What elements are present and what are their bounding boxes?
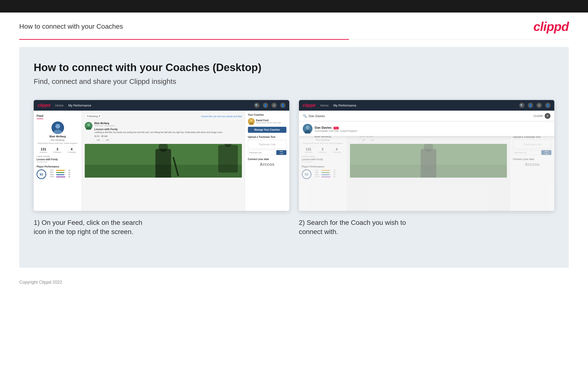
post-meta-1: Yesterday · Sunningdale xyxy=(94,125,223,127)
trackman-input-row-1: Add Link xyxy=(248,150,286,155)
arccos-logo-1: Arccos xyxy=(248,162,286,167)
settings-icon-nav-2[interactable]: ⚙ xyxy=(536,103,542,108)
screenshot-2: clippd Home My Performance 🔍 👤 ⚙ 👤 Feed xyxy=(299,100,554,211)
coach-item-avatar-1 xyxy=(248,118,255,125)
search-overlay: 🔍 Dan Davies CLEAR ✕ xyxy=(299,110,554,136)
main-content: How to connect with your Coaches (Deskto… xyxy=(19,47,569,268)
app-left-panel-1: Feed Blair McHarg Plus Handicap xyxy=(34,110,82,211)
app-nav-1: clippd Home My Performance 🔍 👤 ⚙ 👤 xyxy=(34,100,289,110)
search-query-text[interactable]: Dan Davies xyxy=(309,114,532,118)
profile-icon-nav-2[interactable]: 👤 xyxy=(545,103,551,108)
activity-name-1: Lesson with Fordy xyxy=(37,158,79,161)
svg-rect-24 xyxy=(421,149,436,178)
clippd-logo: clippd xyxy=(533,19,569,34)
nav-home-2[interactable]: Home xyxy=(320,104,329,107)
profile-name-1: Blair McHarg xyxy=(50,135,66,138)
manage-coaches-btn-1[interactable]: Manage Your Coaches xyxy=(248,127,286,133)
trackman-section-1: Upload a Trackman Test Trackman Link Add… xyxy=(248,136,286,155)
control-link-1[interactable]: Control who can see your activity and da… xyxy=(201,115,242,118)
header: How to connect with your Coaches clippd xyxy=(0,12,588,39)
svg-rect-8 xyxy=(156,149,171,178)
svg-point-4 xyxy=(87,123,90,126)
profile-icon-nav[interactable]: 👤 xyxy=(280,103,285,108)
search-bar: 🔍 Dan Davies CLEAR ✕ xyxy=(299,110,554,121)
coach-item-1: David Ford Royal North Devon Golf Club xyxy=(248,118,286,125)
search-icon-overlay: 🔍 xyxy=(303,114,307,118)
perf-bars-1: OTT 90 APP 85 xyxy=(50,169,70,178)
app-nav-icons-2: 🔍 👤 ⚙ 👤 xyxy=(519,103,551,108)
profile-area-1: Blair McHarg Plus Handicap Royal North D… xyxy=(37,121,79,144)
app-right-panel-1: Your Coaches David Ford xyxy=(245,110,289,211)
stat-activities-1: 131 Activities xyxy=(40,147,47,153)
coach-post-1: Blair McHarg Yesterday · Sunningdale Les… xyxy=(85,122,242,142)
app-nav-2: clippd Home My Performance 🔍 👤 ⚙ 👤 xyxy=(299,100,554,110)
user-icon-nav[interactable]: 👤 xyxy=(263,103,268,108)
activity-date-1: 03 Aug 2022 xyxy=(37,161,79,163)
search-result-item[interactable]: Dan Davies Pro Sunningdale Golf Club, Un… xyxy=(299,121,554,136)
coaches-title-1: Your Coaches xyxy=(248,113,286,116)
coach-club-1: Royal North Devon Golf Club xyxy=(256,122,281,124)
result-avatar xyxy=(303,124,312,134)
player-performance-1: Player Performance 92 OTT 90 xyxy=(37,165,79,179)
trackman-link-text-1: Trackman Link xyxy=(251,143,283,146)
following-btn-1[interactable]: Following ▾ xyxy=(85,113,103,119)
svg-point-14 xyxy=(250,119,253,122)
golf-image-1 xyxy=(85,144,242,178)
post-text-1: Looking to feel like my hands are exitin… xyxy=(94,131,223,134)
screenshot-1: clippd Home My Performance 🔍 👤 ⚙ 👤 Feed xyxy=(34,100,289,211)
search-clear-btn[interactable]: CLEAR xyxy=(534,114,543,117)
app-nav-logo-2: clippd xyxy=(303,103,316,108)
stat-followers-1: 3 Followers xyxy=(53,147,61,153)
section-subtitle: Find, connect and share your Clippd insi… xyxy=(34,77,554,86)
post-duration-1: 01 hr : 30 min xyxy=(94,135,223,137)
step-1-description: 1) On your Feed, click on the searchicon… xyxy=(34,218,289,236)
trackman-title-1: Upload a Trackman Test xyxy=(248,136,286,138)
connect-data-title-1: Connect your data xyxy=(248,158,286,160)
trackman-input-1[interactable] xyxy=(248,150,276,155)
copyright-text: Copyright Clippd 2022 xyxy=(19,280,62,285)
post-actions-1: OFF APP xyxy=(94,138,223,142)
svg-point-30 xyxy=(306,126,309,129)
section-title: How to connect with your Coaches (Deskto… xyxy=(34,61,554,74)
trackman-add-btn-1[interactable]: Add Link xyxy=(276,150,286,155)
profile-avatar-1 xyxy=(52,121,64,134)
coach-name-1: David Ford xyxy=(256,119,281,122)
svg-rect-11 xyxy=(218,145,238,172)
coach-avatar-1 xyxy=(85,122,92,130)
page-title: How to connect with your Coaches xyxy=(19,23,123,30)
header-divider xyxy=(19,39,569,40)
latest-activity-label-1: Latest Activity xyxy=(37,155,79,158)
nav-my-performance-1[interactable]: My Performance xyxy=(68,104,91,107)
nav-my-performance-2[interactable]: My Performance xyxy=(333,104,356,107)
profile-club-1: Royal North Devon Golf Club, United King… xyxy=(38,142,78,144)
result-pro-badge: Pro xyxy=(333,127,338,129)
app-btn-1[interactable]: APP xyxy=(104,138,112,142)
app-body-1: Feed Blair McHarg Plus Handicap xyxy=(34,110,289,211)
top-bar xyxy=(0,0,588,12)
step-2-description: 2) Search for the Coach you wish toconne… xyxy=(299,218,554,236)
stats-row-1: 131 Activities 3 Followers 4 Following xyxy=(37,147,79,153)
trackman-box-1: Trackman Link xyxy=(248,140,286,149)
nav-home-1[interactable]: Home xyxy=(55,104,63,107)
app-center-panel-1: Following ▾ Control who can see your act… xyxy=(82,110,245,211)
result-club: Sunningdale Golf Club, United Kingdom xyxy=(315,130,357,132)
profile-handicap-1: Plus Handicap xyxy=(51,139,64,141)
settings-icon-nav[interactable]: ⚙ xyxy=(272,103,277,108)
feed-tab-1[interactable]: Feed xyxy=(37,114,43,119)
search-close-btn[interactable]: ✕ xyxy=(545,113,551,119)
post-name-1: Blair McHarg xyxy=(94,122,223,125)
screenshot-1-container: clippd Home My Performance 🔍 👤 ⚙ 👤 Feed xyxy=(34,100,289,236)
post-title-1: Lesson with Fordy xyxy=(94,128,223,131)
app-nav-icons-1: 🔍 👤 ⚙ 👤 xyxy=(254,103,285,108)
screenshots-row: clippd Home My Performance 🔍 👤 ⚙ 👤 Feed xyxy=(34,100,554,236)
search-icon-nav-2[interactable]: 🔍 xyxy=(519,103,525,108)
svg-point-1 xyxy=(55,124,60,129)
footer: Copyright Clippd 2022 xyxy=(0,275,588,290)
off-btn-1[interactable]: OFF xyxy=(94,138,103,142)
search-icon-nav[interactable]: 🔍 xyxy=(254,103,259,108)
result-name: Dan Davies xyxy=(315,126,332,129)
screenshot-2-container: clippd Home My Performance 🔍 👤 ⚙ 👤 Feed xyxy=(299,100,554,236)
user-icon-nav-2[interactable]: 👤 xyxy=(528,103,533,108)
app-nav-logo-1: clippd xyxy=(37,103,50,108)
stat-following-1: 4 Following xyxy=(68,147,76,153)
